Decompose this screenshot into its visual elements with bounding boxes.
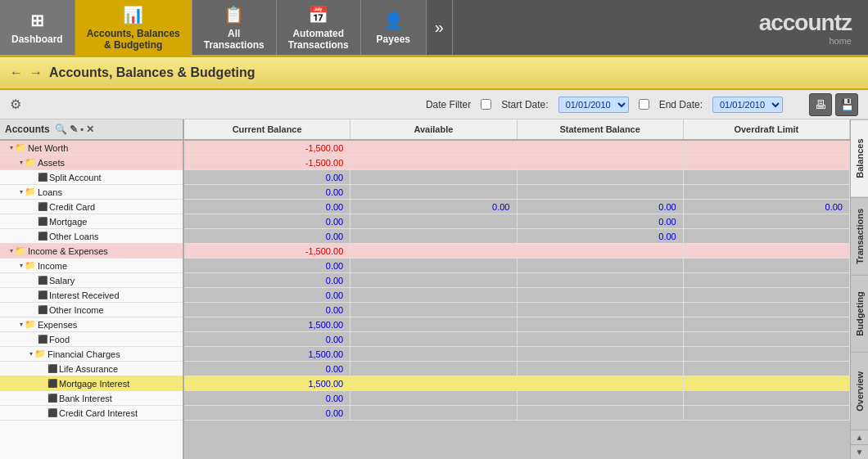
data-cell: 0.00 <box>184 288 350 302</box>
data-cell: 0.00 <box>350 347 517 361</box>
start-date-checkbox[interactable] <box>481 99 491 110</box>
data-cell: 0.00 <box>518 288 684 302</box>
data-cell: 0.00 <box>684 362 850 376</box>
data-cell: 0.00 <box>518 229 684 243</box>
data-row: 0.000.000.000.00 <box>184 229 850 244</box>
toolbar-icons: 🖶 💾 <box>809 93 858 116</box>
data-cell: 0.00 <box>518 376 684 390</box>
tab-budgeting[interactable]: Budgeting <box>851 275 868 353</box>
account-row[interactable]: ⬛Split Account <box>0 170 183 185</box>
data-row: -1,500.000.000.000.00 <box>184 141 850 155</box>
overdraft-limit-header: Overdraft Limit <box>684 119 850 139</box>
data-cell: 0.00 <box>684 317 850 331</box>
nav-all-transactions[interactable]: 📋 All Transactions <box>192 0 277 55</box>
data-cell: 0.00 <box>518 362 684 376</box>
data-cell: 0.00 <box>518 244 684 258</box>
data-cell: 0.00 <box>518 391 684 405</box>
account-row[interactable]: ⬛Bank Interest <box>0 391 183 406</box>
save-button[interactable]: 💾 <box>835 93 858 116</box>
tab-balances[interactable]: Balances <box>851 119 868 197</box>
account-row[interactable]: ▾📁Net Worth <box>0 141 183 155</box>
account-row[interactable]: ⬛Credit Card Interest <box>0 406 183 421</box>
data-cell: 0.00 <box>184 332 350 346</box>
scroll-up-arrow[interactable]: ▲ <box>851 430 868 444</box>
data-cell: 0.00 <box>350 303 517 317</box>
data-cell: 0.00 <box>350 406 517 420</box>
data-cell: 0.00 <box>684 214 850 228</box>
print-button[interactable]: 🖶 <box>809 93 832 116</box>
side-tab-arrows: ▲ ▼ <box>851 430 868 459</box>
data-cell: 0.00 <box>518 141 684 155</box>
scroll-down-arrow[interactable]: ▼ <box>851 444 868 459</box>
data-cell: 0.00 <box>684 332 850 346</box>
breadcrumb-title: Accounts, Balances & Budgeting <box>49 65 255 80</box>
account-row[interactable]: ▾📁Assets <box>0 155 183 170</box>
accounts-column-header: Accounts 🔍 ✎ ▪ ✕ <box>0 119 184 139</box>
account-row[interactable]: ⬛Other Income <box>0 303 183 317</box>
data-cell: 0.00 <box>350 273 517 287</box>
nav-automated-transactions[interactable]: 📅 Automated Transactions <box>277 0 361 55</box>
auto-transactions-icon: 📅 <box>308 5 328 25</box>
data-row: 0.000.000.000.00 <box>184 185 850 200</box>
data-row: 0.000.000.000.00 <box>184 303 850 317</box>
tab-transactions[interactable]: Transactions <box>851 197 868 275</box>
nav-payees[interactable]: 👤 Payees <box>361 0 427 55</box>
nav-more[interactable]: » <box>427 0 453 55</box>
data-cell: 0.00 <box>350 317 517 331</box>
data-row: 0.000.000.000.00 <box>184 406 850 421</box>
account-row[interactable]: ▾📁Income <box>0 259 183 273</box>
breadcrumb-bar: ← → Accounts, Balances & Budgeting <box>0 57 868 90</box>
data-cell: 0.00 <box>350 244 517 258</box>
account-row[interactable]: ⬛Credit Card <box>0 200 183 214</box>
tab-overview[interactable]: Overview <box>851 352 868 430</box>
data-row: 0.000.000.000.00 <box>184 332 850 347</box>
data-cell: 0.00 <box>684 185 850 199</box>
data-cell: 0.00 <box>684 259 850 272</box>
logo-text: accountz <box>759 10 852 36</box>
data-row: 0.000.000.000.00 <box>184 391 850 406</box>
account-row[interactable]: ⬛Other Loans <box>0 229 183 244</box>
data-cell: 0.00 <box>684 244 850 258</box>
tag-icon[interactable]: ▪ <box>80 124 84 135</box>
data-row: 0.000.000.000.00 <box>184 273 850 288</box>
data-cell: 0.00 <box>518 155 684 169</box>
end-date-select[interactable]: 01/01/2010 <box>712 97 783 113</box>
account-row[interactable]: ⬛Mortgage <box>0 214 183 229</box>
payees-icon: 👤 <box>383 11 404 30</box>
start-date-select[interactable]: 01/01/2010 <box>558 97 629 113</box>
data-cell: 0.00 <box>684 273 850 287</box>
data-cell: 0.00 <box>684 155 850 169</box>
account-row[interactable]: ⬛Life Assurance <box>0 362 183 376</box>
data-cell: 0.00 <box>350 391 517 405</box>
nav-dashboard[interactable]: ⊞ Dashboard <box>0 0 75 55</box>
account-row[interactable]: ⬛Salary <box>0 273 183 288</box>
account-row[interactable]: ▾📁Income & Expenses <box>0 244 183 259</box>
data-cell: 0.00 <box>184 200 350 214</box>
data-row: 0.000.000.000.00 <box>184 362 850 376</box>
search-icon[interactable]: 🔍 <box>55 124 67 135</box>
data-cell: 0.00 <box>518 406 684 420</box>
data-cell: -1,500.00 <box>184 244 350 258</box>
account-row[interactable]: ⬛Mortgage Interest <box>0 376 183 391</box>
account-row[interactable]: ▾📁Loans <box>0 185 183 200</box>
data-cell: 0.00 <box>184 259 350 272</box>
data-cell: 1,500.00 <box>184 376 350 390</box>
account-row[interactable]: ▾📁Financial Charges <box>0 347 183 362</box>
edit-icon[interactable]: ✎ <box>70 124 78 135</box>
end-date-checkbox[interactable] <box>639 99 649 110</box>
close-icon[interactable]: ✕ <box>86 124 94 135</box>
data-cell: 0.00 <box>518 170 684 184</box>
settings-icon[interactable]: ⚙ <box>10 97 21 112</box>
forward-button[interactable]: → <box>29 65 43 80</box>
data-cell: 0.00 <box>350 362 517 376</box>
data-cell: 0.00 <box>184 170 350 184</box>
accounts-area: Accounts 🔍 ✎ ▪ ✕ Current Balance Availab… <box>0 119 850 459</box>
account-row[interactable]: ⬛Food <box>0 332 183 347</box>
nav-accounts[interactable]: 📊 Accounts, Balances & Budgeting <box>75 0 192 55</box>
data-row: -1,500.000.000.000.00 <box>184 155 850 170</box>
account-row[interactable]: ▾📁Expenses <box>0 317 183 332</box>
back-button[interactable]: ← <box>10 65 23 80</box>
available-header: Available <box>350 119 517 139</box>
header-icons: 🔍 ✎ ▪ ✕ <box>55 124 94 135</box>
account-row[interactable]: ⬛Interest Received <box>0 288 183 303</box>
